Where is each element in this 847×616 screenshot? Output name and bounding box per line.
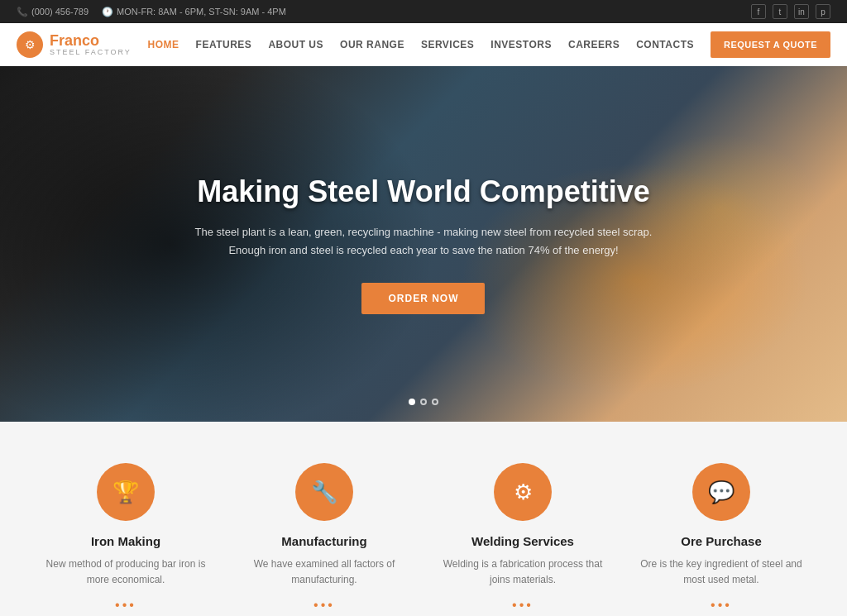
welding-desc: Welding is a fabrication process that jo… <box>440 556 605 588</box>
nav-services[interactable]: SERVICES <box>421 39 474 50</box>
service-card-welding: ⚙ Welding Services Welding is a fabricat… <box>440 463 605 613</box>
nav-home[interactable]: HOME <box>148 39 179 50</box>
facebook-icon[interactable]: f <box>751 4 766 19</box>
logo-name: Franco <box>50 33 132 48</box>
service-card-ore: 💬 Ore Purchase Ore is the key ingredient… <box>639 463 804 613</box>
logo-icon: ⚙ <box>17 31 43 58</box>
iron-making-icon: 🏆 <box>97 463 155 521</box>
hours-info: 🕐 MON-FR: 8AM - 6PM, ST-SN: 9AM - 4PM <box>102 7 286 17</box>
manufacturing-desc: We have examined all factors of manufact… <box>242 556 407 588</box>
hero-subtitle-line1: The steel plant is a lean, green, recycl… <box>195 226 653 238</box>
manufacturing-title: Manufacturing <box>281 534 366 548</box>
hero-dot-3[interactable] <box>432 399 438 405</box>
nav-contacts[interactable]: CONTACTS <box>636 39 694 50</box>
welding-title: Welding Services <box>471 534 574 548</box>
phone-icon: 📞 <box>17 7 28 17</box>
ore-desc: Ore is the key ingredient of steel and m… <box>639 556 804 588</box>
top-bar: 📞 (000) 456-789 🕐 MON-FR: 8AM - 6PM, ST-… <box>0 0 847 23</box>
iron-making-more[interactable]: ••• <box>115 598 136 613</box>
iron-making-title: Iron Making <box>91 534 160 548</box>
phone-number: (000) 456-789 <box>31 7 89 17</box>
nav-range[interactable]: OUR RANGE <box>340 39 404 50</box>
welding-more[interactable]: ••• <box>512 598 534 613</box>
nav-investors[interactable]: INVESTORS <box>490 39 552 50</box>
hero-content: Making Steel World Competitive The steel… <box>179 174 669 313</box>
business-hours: MON-FR: 8AM - 6PM, ST-SN: 9AM - 4PM <box>117 7 286 17</box>
hero-dot-2[interactable] <box>420 399 427 405</box>
welding-icon: ⚙ <box>494 463 552 521</box>
request-quote-button[interactable]: REQUEST A QUOTE <box>711 31 830 58</box>
logo-text: Franco STEEL FACTORY <box>50 33 132 56</box>
hero-subtitle-line2: Enough iron and steel is recycled each y… <box>228 244 618 256</box>
service-card-manufacturing: 🔧 Manufacturing We have examined all fac… <box>242 463 407 613</box>
hero-subtitle: The steel plant is a lean, green, recycl… <box>195 223 653 260</box>
nav-careers[interactable]: CAREERS <box>568 39 620 50</box>
hero-dot-1[interactable] <box>409 399 415 405</box>
logo-gear-icon: ⚙ <box>25 38 36 51</box>
manufacturing-more[interactable]: ••• <box>313 598 335 613</box>
clock-icon: 🕐 <box>102 7 113 17</box>
services-section: 🏆 Iron Making New method of producing ba… <box>0 422 847 616</box>
header: ⚙ Franco STEEL FACTORY HOME FEATURES ABO… <box>0 23 847 66</box>
top-bar-left: 📞 (000) 456-789 🕐 MON-FR: 8AM - 6PM, ST-… <box>17 7 286 17</box>
logo-subtitle: STEEL FACTORY <box>50 48 132 56</box>
hero-dots <box>409 399 438 405</box>
ore-icon: 💬 <box>692 463 750 521</box>
logo: ⚙ Franco STEEL FACTORY <box>17 31 132 58</box>
nav-features[interactable]: FEATURES <box>196 39 252 50</box>
instagram-icon[interactable]: in <box>794 4 809 19</box>
pinterest-icon[interactable]: p <box>816 4 830 19</box>
twitter-icon[interactable]: t <box>773 4 787 19</box>
ore-more[interactable]: ••• <box>711 598 732 613</box>
manufacturing-icon: 🔧 <box>295 463 353 521</box>
hero-section: Making Steel World Competitive The steel… <box>0 66 847 422</box>
hero-title: Making Steel World Competitive <box>195 174 653 209</box>
service-card-iron-making: 🏆 Iron Making New method of producing ba… <box>43 463 208 613</box>
phone-info: 📞 (000) 456-789 <box>17 7 89 17</box>
iron-making-desc: New method of producing bar iron is more… <box>43 556 208 588</box>
order-now-button[interactable]: ORDER NOW <box>361 283 485 314</box>
nav-about[interactable]: ABOUT US <box>268 39 323 50</box>
top-bar-right: f t in p <box>751 4 830 19</box>
main-nav: HOME FEATURES ABOUT US OUR RANGE SERVICE… <box>148 31 830 58</box>
ore-title: Ore Purchase <box>681 534 762 548</box>
